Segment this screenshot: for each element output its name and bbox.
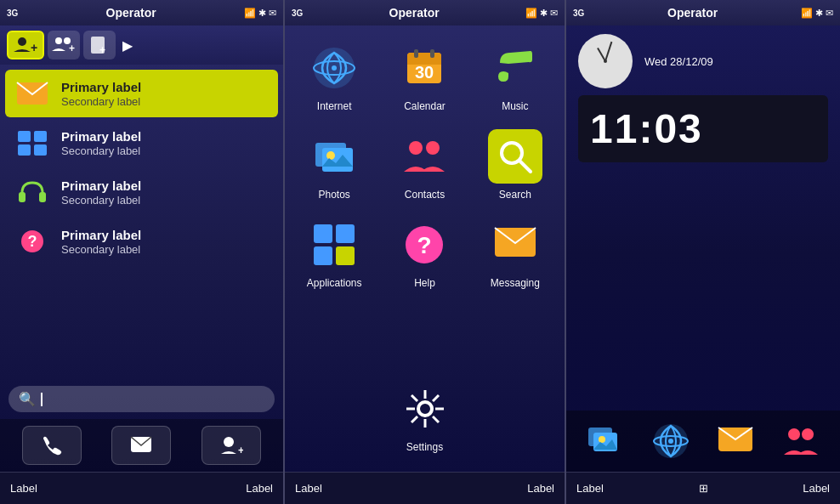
messaging-icon xyxy=(488,218,542,272)
app-contacts[interactable]: Contacts xyxy=(379,122,469,211)
svg-rect-12 xyxy=(19,192,26,202)
svg-line-50 xyxy=(411,416,417,422)
envelope-status-icon-3: ✉ xyxy=(826,8,833,19)
network-badge-2: 3G xyxy=(292,8,303,18)
item-primary-4: Primary label xyxy=(61,227,141,244)
message-button[interactable] xyxy=(111,426,171,465)
bluetooth-icon-2: ✱ xyxy=(540,8,548,19)
svg-rect-8 xyxy=(18,131,31,142)
app-photos[interactable]: Photos xyxy=(289,122,379,211)
import-button[interactable]: + xyxy=(83,31,116,59)
clock-face xyxy=(578,34,633,88)
time-display-box: 11:03 xyxy=(578,95,828,162)
svg-point-58 xyxy=(788,428,800,440)
item-primary-3: Primary label xyxy=(61,178,141,195)
dock-internet[interactable] xyxy=(648,418,694,464)
svg-point-30 xyxy=(326,151,335,160)
svg-text:+: + xyxy=(31,41,37,54)
item-icon-headphone xyxy=(14,175,51,209)
dock-photos[interactable] xyxy=(582,418,628,464)
svg-point-17 xyxy=(224,437,234,447)
app-messaging[interactable]: Messaging xyxy=(470,211,560,299)
list-item[interactable]: Primary label Secondary label xyxy=(5,168,278,216)
network-badge-3: 3G xyxy=(573,8,584,18)
bottom-bar-1: Label Label xyxy=(0,472,283,504)
operator-label-3: Operator xyxy=(667,6,718,20)
bottom-label-right-1[interactable]: Label xyxy=(246,482,273,495)
svg-rect-29 xyxy=(322,148,353,172)
status-icons-1: 📶 ✱ ✉ xyxy=(244,8,276,19)
app-applications[interactable]: Applications xyxy=(289,211,379,299)
app-settings[interactable]: Settings xyxy=(394,375,456,463)
item-primary-2: Primary label xyxy=(61,128,141,145)
svg-rect-13 xyxy=(39,192,46,202)
settings-icon xyxy=(398,382,452,436)
svg-point-59 xyxy=(802,428,814,440)
item-labels-3: Primary label Secondary label xyxy=(61,178,141,207)
dock-contacts[interactable] xyxy=(778,418,824,464)
settings-area: Settings xyxy=(285,370,565,472)
music-icon xyxy=(488,41,542,95)
svg-rect-38 xyxy=(336,246,355,265)
svg-line-34 xyxy=(519,161,531,172)
time-display: 11:03 xyxy=(590,106,703,151)
contacts-label: Contacts xyxy=(405,189,445,201)
svg-text:30: 30 xyxy=(415,63,434,82)
bottom-label-left-3[interactable]: Label xyxy=(576,482,604,495)
bottom-label-right-3[interactable]: Label xyxy=(803,482,830,495)
bottom-label-right-2[interactable]: Label xyxy=(527,482,554,495)
app-help[interactable]: ? Help xyxy=(379,211,469,299)
bluetooth-icon: ✱ xyxy=(258,8,266,19)
settings-label: Settings xyxy=(406,441,443,453)
call-button[interactable] xyxy=(22,426,82,465)
app-calendar[interactable]: 30 Calendar xyxy=(379,34,469,122)
wifi-icon-3: 📶 xyxy=(801,8,813,19)
status-icons-2: 📶 ✱ ✉ xyxy=(525,8,558,19)
svg-point-53 xyxy=(599,436,605,443)
svg-text:+: + xyxy=(69,42,75,54)
search-label: Search xyxy=(499,189,531,201)
item-secondary-1: Secondary label xyxy=(61,95,141,108)
bottom-label-left-2[interactable]: Label xyxy=(295,482,322,495)
clock-top: Wed 28/12/09 xyxy=(578,34,828,88)
panel-contacts: 3G Operator 📶 ✱ ✉ + + xyxy=(0,0,285,504)
bottom-label-left-1[interactable]: Label xyxy=(10,482,37,495)
item-icon-question: ? xyxy=(14,224,51,258)
contacts-icon xyxy=(397,129,451,184)
svg-text:+: + xyxy=(99,44,105,55)
item-icon-envelope xyxy=(14,76,51,110)
add-contact-button[interactable]: + xyxy=(7,31,44,59)
app-search[interactable]: Search xyxy=(470,122,560,211)
calendar-label: Calendar xyxy=(404,100,446,112)
text-cursor xyxy=(41,393,43,406)
app-internet[interactable]: Internet xyxy=(289,34,379,122)
add-contact-action-button[interactable]: + xyxy=(201,426,261,465)
add-group-button[interactable]: + xyxy=(48,31,80,59)
list-item[interactable]: ? Primary label Secondary label xyxy=(5,218,278,265)
search-box[interactable]: 🔍 xyxy=(9,386,275,412)
app-music[interactable]: Music xyxy=(470,34,560,122)
messaging-label: Messaging xyxy=(491,277,540,289)
bluetooth-icon-3: ✱ xyxy=(815,8,823,19)
envelope-status-icon-2: ✉ xyxy=(550,8,558,19)
svg-rect-35 xyxy=(314,224,332,243)
item-secondary-2: Secondary label xyxy=(61,144,141,157)
applications-icon xyxy=(307,218,361,272)
toolbar-row: + + + ▶ xyxy=(0,25,283,65)
svg-rect-37 xyxy=(314,246,332,265)
dock-messaging[interactable] xyxy=(712,418,758,464)
item-primary-1: Primary label xyxy=(61,79,141,96)
calendar-icon: 30 xyxy=(397,41,451,95)
list-item[interactable]: Primary label Secondary label xyxy=(5,70,278,117)
svg-point-31 xyxy=(409,141,423,155)
operator-label-1: Operator xyxy=(106,6,156,20)
list-item[interactable]: Primary label Secondary label xyxy=(5,119,278,167)
dock-bar xyxy=(566,411,840,472)
help-icon: ? xyxy=(397,218,451,272)
internet-icon xyxy=(307,41,361,95)
bottom-grid-icon[interactable]: ⊞ xyxy=(699,482,708,495)
network-badge-1: 3G xyxy=(7,8,18,18)
svg-line-47 xyxy=(411,395,417,401)
svg-rect-26 xyxy=(414,49,418,58)
svg-text:+: + xyxy=(238,445,243,456)
